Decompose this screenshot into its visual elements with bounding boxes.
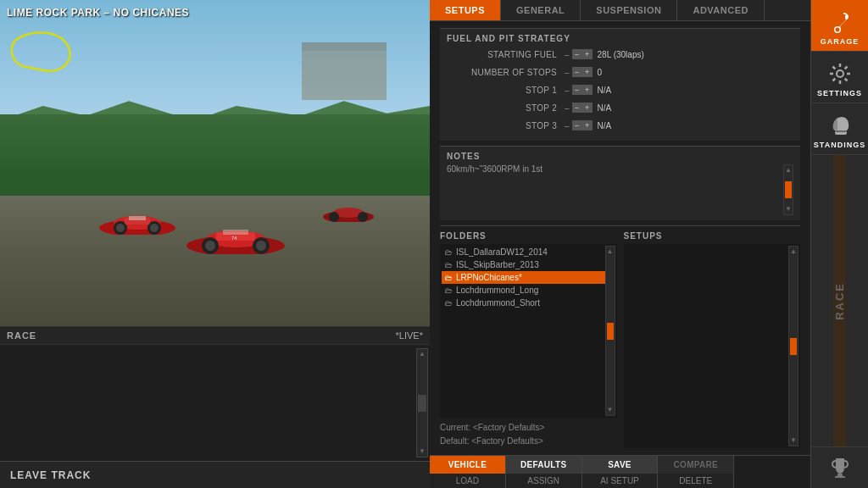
defaults-button[interactable]: DEFAULTS [506,456,581,474]
fuel-controls-2: – – + [562,85,593,95]
setups-col: SETUPS ▲ ▼ [624,231,801,448]
standings-button[interactable]: STANDINGS [811,103,869,155]
folder-item-3[interactable]: 🗁 Lochdrummond_Long [442,284,605,297]
race-vertical-label: RACE [833,272,846,330]
fuel-dash-2: – [565,86,570,95]
tab-setups[interactable]: SETUPS [430,0,501,20]
svg-point-5 [150,224,159,232]
tabs-bar: SETUPS GENERAL SUSPENSION ADVANCED [430,0,810,21]
fuel-row-0: STARTING FUEL – – + 28L (30laps) [447,47,793,62]
svg-rect-33 [835,476,845,478]
fuel-value-4: N/A [598,121,657,130]
race-header: RACE *LIVE* [0,327,430,345]
fuel-row-4: STOP 3 – – + N/A [447,118,793,133]
compare-button[interactable]: COMPARE [658,456,733,474]
folder-icon-1: 🗁 [445,261,453,269]
fuel-plus-2[interactable]: + [582,85,593,95]
fuel-minus-2[interactable]: – [572,85,582,95]
notes-text: 60km/h~˜3600RPM in 1st [447,164,780,215]
svg-point-3 [116,224,125,232]
leave-track-text: LEAVE TRACK [10,469,91,481]
fuel-value-2: N/A [598,86,657,95]
race-scrollbar[interactable]: ▲ ▼ [416,348,428,458]
folders-col: FOLDERS 🗁 ISL_DallaraDW12_2014 🗁 ISL_Ski… [440,231,617,448]
svg-point-22 [837,70,843,77]
fuel-minus-4[interactable]: – [572,120,582,130]
current-default: Current: <Factory Defaults> Default: <Fa… [440,421,617,448]
track-view: 74 LIME ROCK PARK – NO CHICANES [0,0,430,326]
scroll-thumb [418,395,426,412]
fuel-label-0: STARTING FUEL [447,50,557,59]
delete-button[interactable]: DELETE [658,474,733,488]
folders-scroll-thumb [607,323,614,340]
setups-title: SETUPS [624,231,801,241]
leave-track-bar[interactable]: LEAVE TRACK [0,461,430,488]
fuel-row-1: NUMBER OF STOPS – – + 0 [447,64,793,80]
svg-line-28 [844,79,847,81]
garage-button[interactable]: GARAGE [811,0,869,52]
setups-scroll-up[interactable]: ▲ [790,248,797,255]
folder-item-2[interactable]: 🗁 LRPNoChicanes* [442,271,605,284]
svg-line-27 [832,67,835,69]
race-car-1 [95,209,180,235]
tab-general[interactable]: GENERAL [501,0,581,20]
btn-group-vehicle: VEHICLE LOAD [430,456,506,488]
fuel-dash-3: – [565,103,570,113]
assign-button[interactable]: ASSIGN [506,474,581,488]
tab-advanced[interactable]: ADVANCED [677,0,765,20]
btn-group-compare: COMPARE DELETE [658,456,734,488]
folder-icon-0: 🗁 [445,248,453,257]
fuel-dash-1: – [565,68,570,77]
fuel-minus-3[interactable]: – [572,103,582,113]
folder-item-1[interactable]: 🗁 ISL_SkipBarber_2013 [442,258,605,271]
fuel-plus-4[interactable]: + [582,120,593,130]
fuel-minus-0[interactable]: – [572,49,582,59]
folders-scroll-down[interactable]: ▼ [607,407,614,413]
notes-scroll-up[interactable]: ▲ [785,167,792,174]
default-text: Default: <Factory Defaults> [440,435,617,448]
folders-scroll-up[interactable]: ▲ [607,248,614,255]
left-panel: 74 LIME ROCK PARK – NO CHICANES RACE *LI… [0,0,430,488]
svg-point-21 [835,28,839,32]
right-panel: SETUPS GENERAL SUSPENSION ADVANCED FUEL … [430,0,810,488]
fuel-plus-1[interactable]: + [582,67,593,77]
folders-scrollbar[interactable]: ▲ ▼ [605,246,615,416]
wrench-icon [826,8,854,36]
vehicle-button[interactable]: VEHICLE [430,456,505,474]
save-button[interactable]: SAVE [582,456,658,474]
notes-section: NOTES 60km/h~˜3600RPM in 1st ▲ ▼ [440,146,800,220]
ai-setup-button[interactable]: AI SETUP [582,474,658,488]
svg-rect-31 [835,130,847,132]
notes-inner: 60km/h~˜3600RPM in 1st ▲ ▼ [447,164,793,215]
settings-button[interactable]: SETTINGS [811,52,869,103]
svg-rect-7 [129,216,146,220]
fuel-label-3: STOP 2 [447,103,557,113]
fuel-minus-1[interactable]: – [572,67,582,77]
folder-item-4[interactable]: 🗁 Lochdrummond_Short [442,297,605,309]
fuel-controls-4: – – + [562,120,593,130]
svg-text:74: 74 [231,236,237,241]
scroll-up-arrow[interactable]: ▲ [419,351,426,358]
scroll-down-arrow[interactable]: ▼ [419,448,426,455]
fuel-plus-3[interactable]: + [582,103,593,113]
sidebar-bottom [811,446,868,488]
folders-setups-section: FOLDERS 🗁 ISL_DallaraDW12_2014 🗁 ISL_Ski… [440,225,800,448]
folder-item-0[interactable]: 🗁 ISL_DallaraDW12_2014 [442,246,605,258]
setups-scrollbar[interactable]: ▲ ▼ [788,246,798,446]
fuel-controls-1: – – + [562,67,593,77]
track-map [5,24,77,79]
setups-scroll-down[interactable]: ▼ [790,437,797,444]
btn-group-defaults: DEFAULTS ASSIGN [506,456,582,488]
notes-scroll-down[interactable]: ▼ [785,206,792,213]
fuel-controls-0: – – + [562,49,593,59]
tab-suspension[interactable]: SUSPENSION [581,0,677,20]
fuel-plus-0[interactable]: + [582,49,593,59]
setup-content: FUEL AND PIT STRATEGY STARTING FUEL – – … [430,21,810,455]
setups-items [626,246,789,446]
right-sidebar: GARAGE SETTING [810,0,868,488]
notes-scrollbar[interactable]: ▲ ▼ [783,164,793,215]
fuel-value-0: 28L (30laps) [598,50,657,59]
svg-point-13 [256,241,266,251]
bottom-buttons: VEHICLE LOAD DEFAULTS ASSIGN SAVE AI SET… [430,455,810,488]
load-button[interactable]: LOAD [430,474,505,488]
